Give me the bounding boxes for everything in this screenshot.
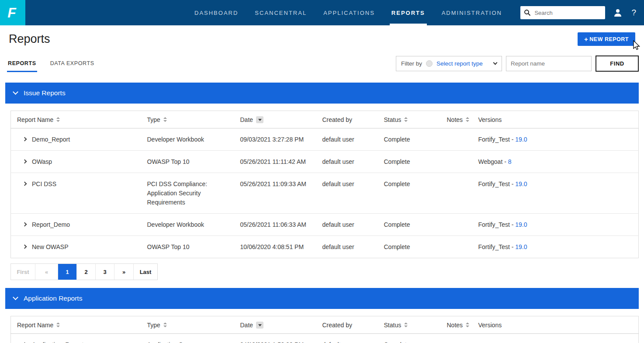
column-header-date[interactable]: Date — [240, 116, 253, 123]
sort-icon[interactable] — [56, 117, 60, 122]
report-type: OWASP Top 10 — [141, 151, 234, 173]
sort-icon[interactable] — [466, 117, 469, 122]
nav-dashboard[interactable]: DASHBOARD — [186, 0, 246, 25]
sort-icon[interactable] — [404, 322, 408, 327]
version-app-name: Fortify_Test - — [478, 180, 516, 187]
pagination-next[interactable]: » — [114, 264, 134, 280]
page-title: Reports — [9, 32, 50, 46]
sort-icon[interactable] — [404, 117, 408, 122]
report-name-input[interactable] — [506, 56, 592, 71]
sort-active-desc-icon[interactable] — [256, 116, 263, 123]
report-status: Complete — [378, 214, 441, 236]
sort-icon[interactable] — [163, 117, 167, 122]
report-name[interactable]: OWasp — [32, 157, 52, 166]
sort-icon[interactable] — [466, 322, 469, 327]
search-input[interactable] — [520, 6, 605, 19]
report-status: Complete — [378, 236, 441, 258]
version-app-name: Webgoat - — [478, 158, 508, 165]
report-created-by: default user — [316, 214, 378, 236]
expand-row-icon[interactable] — [23, 182, 27, 186]
version-app-name: Fortify_Test - — [478, 136, 516, 143]
report-notes — [441, 173, 472, 214]
version-link[interactable]: 19.0 — [515, 243, 527, 250]
version-link[interactable]: 19.0 — [515, 136, 527, 143]
find-button[interactable]: FIND — [596, 55, 639, 72]
new-report-button[interactable]: + NEW REPORT — [578, 32, 635, 46]
expand-row-icon[interactable] — [23, 159, 27, 164]
column-header-type[interactable]: Type — [147, 116, 160, 123]
column-header-versions: Versions — [478, 322, 502, 329]
report-name[interactable]: Report_Demo — [32, 220, 70, 229]
fortify-logo-glyph: F — [7, 5, 16, 21]
pagination-page-3[interactable]: 3 — [96, 264, 114, 280]
column-header-notes[interactable]: Notes — [447, 116, 463, 123]
tab-reports[interactable]: REPORTS — [7, 52, 37, 75]
sort-icon[interactable] — [163, 322, 167, 327]
column-header-date[interactable]: Date — [240, 322, 253, 329]
pagination-last[interactable]: Last — [134, 264, 157, 280]
report-name[interactable]: New OWASP — [32, 243, 69, 252]
report-notes — [441, 236, 472, 258]
pagination-page-1[interactable]: 1 — [58, 264, 77, 280]
collapse-section-icon[interactable] — [13, 89, 18, 95]
expand-row-icon[interactable] — [23, 245, 27, 249]
table-header-row: Report Name Type Date Created by Status … — [11, 111, 639, 128]
new-report-label: NEW REPORT — [589, 36, 629, 42]
application-reports-section-header[interactable]: Application Reports — [5, 288, 639, 309]
version-link[interactable]: 8 — [508, 158, 512, 165]
fortify-logo[interactable]: F — [0, 0, 25, 25]
version-link[interactable]: 19.0 — [515, 180, 527, 187]
application-reports-table: Report Name Type Date Created by Status … — [10, 316, 639, 343]
sort-icon[interactable] — [56, 322, 60, 327]
version-app-name: Fortify_Test - — [478, 221, 516, 228]
top-navigation-bar: F DASHBOARD SCANCENTRAL APPLICATIONS REP… — [0, 0, 644, 25]
report-date: 09/03/2021 3:27:28 PM — [234, 128, 316, 151]
report-name[interactable]: Application_Report — [32, 340, 83, 343]
report-created-by: default user — [316, 128, 378, 151]
nav-scancentral[interactable]: SCANCENTRAL — [246, 0, 315, 25]
table-row[interactable]: OWasp OWASP Top 10 05/26/2021 11:11:42 A… — [11, 151, 639, 173]
pagination-page-2[interactable]: 2 — [77, 264, 96, 280]
version-link[interactable]: 19.0 — [515, 221, 527, 228]
report-name[interactable]: PCI DSS — [32, 180, 56, 189]
expand-row-icon[interactable] — [23, 137, 27, 142]
column-header-report-name[interactable]: Report Name — [17, 116, 53, 123]
issue-reports-section-header[interactable]: Issue Reports — [5, 83, 639, 104]
table-row[interactable]: Demo_Report Developer Workbook 09/03/202… — [11, 128, 639, 151]
column-header-report-name[interactable]: Report Name — [17, 322, 53, 329]
nav-reports[interactable]: REPORTS — [383, 0, 433, 25]
column-header-created-by: Created by — [322, 322, 352, 329]
user-icon[interactable] — [613, 7, 623, 18]
column-header-type[interactable]: Type — [147, 322, 160, 329]
table-row[interactable]: New OWASP OWASP Top 10 10/06/2020 4:08:5… — [11, 236, 639, 258]
report-date: 05/26/2021 11:09:33 AM — [234, 173, 316, 214]
tab-bar: REPORTS DATA EXPORTS — [7, 52, 95, 75]
table-row[interactable]: Application_Report Application Summary 0… — [11, 334, 639, 343]
report-date: 05/26/2021 11:06:33 AM — [234, 214, 316, 236]
collapse-section-icon[interactable] — [13, 294, 18, 300]
report-created-by: default user — [316, 173, 378, 214]
report-type-filter-dropdown[interactable]: Filter by Select report type — [396, 56, 502, 71]
topbar-right-controls: ? — [520, 0, 644, 25]
section-title: Issue Reports — [24, 89, 66, 97]
nav-administration[interactable]: ADMINISTRATION — [433, 0, 510, 25]
report-name[interactable]: Demo_Report — [32, 135, 70, 144]
nav-applications[interactable]: APPLICATIONS — [315, 0, 383, 25]
table-row[interactable]: Report_Demo Developer Workbook 05/26/202… — [11, 214, 639, 236]
column-header-notes[interactable]: Notes — [447, 322, 463, 329]
column-header-status[interactable]: Status — [384, 322, 402, 329]
column-header-status[interactable]: Status — [384, 116, 402, 123]
help-icon[interactable]: ? — [630, 8, 637, 17]
filter-by-label: Filter by — [401, 60, 422, 67]
expand-row-icon[interactable] — [23, 222, 27, 227]
pagination-first[interactable]: First — [11, 264, 35, 280]
column-header-created-by: Created by — [322, 116, 352, 123]
table-row[interactable]: PCI DSS PCI DSS Compliance: Application … — [11, 173, 639, 214]
sort-active-desc-icon[interactable] — [256, 322, 263, 329]
report-type: Application Summary — [141, 334, 234, 343]
table-header-row: Report Name Type Date Created by Status … — [11, 316, 639, 334]
issue-reports-table: Report Name Type Date Created by Status … — [10, 111, 639, 258]
tab-data-exports[interactable]: DATA EXPORTS — [49, 52, 95, 75]
report-status: Complete — [378, 173, 441, 214]
pagination-prev[interactable]: « — [35, 264, 58, 280]
